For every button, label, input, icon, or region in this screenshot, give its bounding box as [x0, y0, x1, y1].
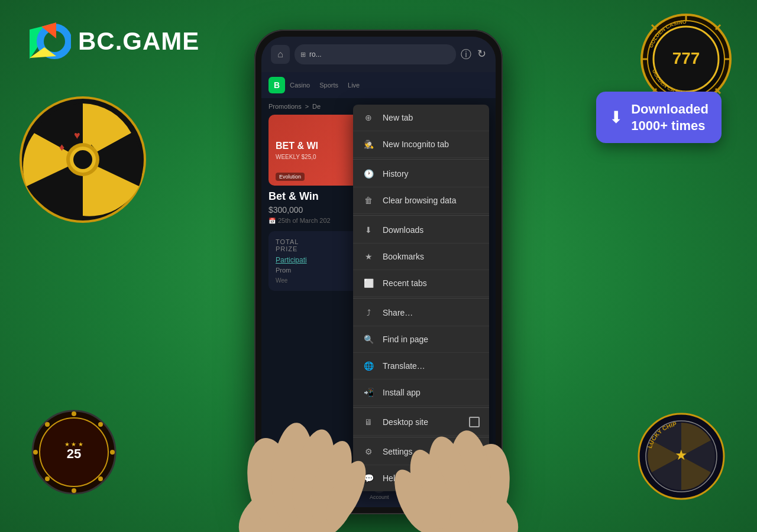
svg-point-33 [110, 450, 115, 455]
desktop-icon: 🖥 [363, 416, 374, 428]
menu-item-install-app[interactable]: 📲 Install app [353, 379, 489, 406]
menu-divider-4 [353, 407, 489, 408]
svg-point-25 [73, 150, 92, 169]
download-arrow-icon: ⬇ [609, 109, 623, 126]
menu-item-settings[interactable]: ⚙ Settings [353, 439, 489, 465]
menu-divider-1 [353, 159, 489, 160]
history-label: History [383, 169, 409, 179]
new-tab-icon: ⊕ [363, 112, 374, 124]
phone-screen: ⌂ ⊞ ro... ⓘ ↻ B Casino Sports [261, 37, 496, 507]
phone: ⌂ ⊞ ro... ⓘ ↻ B Casino Sports [254, 30, 503, 514]
new-tab-label: New tab [383, 113, 413, 122]
promo-title: BET & WI [276, 140, 318, 151]
svg-text:25: 25 [67, 446, 81, 461]
menu-item-translate[interactable]: 🌐 Translate… [353, 353, 489, 379]
phone-body: ⌂ ⊞ ro... ⓘ ↻ B Casino Sports [254, 30, 503, 514]
account-label: Account [370, 494, 389, 500]
menu-divider-5 [353, 437, 489, 437]
logo-area: BC.GAME [24, 18, 199, 65]
browser-icons: ⓘ ↻ [461, 47, 486, 61]
logo-text: BC.GAME [78, 27, 199, 56]
evolution-badge: Evolution [276, 173, 305, 181]
url-bar[interactable]: ⊞ ro... [295, 44, 456, 64]
share-icon: ⤴ [363, 307, 374, 319]
downloaded-text: Downloaded 1000+ times [631, 101, 709, 134]
clear-browsing-label: Clear browsing data [383, 196, 457, 205]
wheel-chip-left: ♥ ♠ ♣ ♦ [18, 95, 148, 225]
menu-item-share[interactable]: ⤴ Share… [353, 300, 489, 326]
svg-text:♦: ♦ [59, 141, 64, 153]
clear-browsing-icon: 🗑 [363, 194, 374, 206]
chip-25-left: ★ ★ ★ 25 [30, 408, 118, 497]
recent-tabs-icon: ⬜ [363, 277, 374, 289]
menu-item-desktop-site[interactable]: 🖥 Desktop site [353, 409, 489, 436]
svg-text:★: ★ [675, 447, 688, 463]
wallet-icon: ☕ [293, 480, 306, 493]
svg-point-34 [45, 422, 50, 427]
desktop-label: Desktop site [383, 417, 428, 427]
home-button[interactable]: ⌂ [271, 45, 290, 64]
svg-text:777: 777 [672, 49, 700, 67]
history-icon: 🕐 [363, 168, 374, 180]
find-icon: 🔍 [363, 333, 374, 345]
downloads-label: Downloads [383, 225, 423, 235]
promo-subtitle: WEEKLY $25,0 [276, 154, 318, 160]
site-nav: Casino Sports Live [290, 82, 360, 89]
translate-icon: 🌐 [363, 360, 374, 372]
menu-divider-3 [353, 298, 489, 299]
menu-item-new-incognito[interactable]: 🕵 New Incognito tab [353, 131, 489, 158]
site-content: B Casino Sports Live Promotions > De [261, 72, 496, 507]
lucky-chip-right: ★ LUCKY CHIP [636, 411, 727, 502]
translate-label: Translate… [383, 361, 425, 371]
menu-item-history[interactable]: 🕐 History [353, 161, 489, 187]
svg-point-31 [72, 488, 76, 493]
bcgame-logo-icon [24, 18, 71, 65]
site-logo: B [268, 77, 285, 93]
desktop-site-checkbox[interactable] [469, 417, 480, 427]
url-text: ro... [309, 50, 322, 59]
wallet-label: Wallet [293, 494, 308, 500]
bookmarks-icon: ★ [363, 251, 374, 262]
context-menu: ⊕ New tab 🕵 New Incognito tab 🕐 History … [353, 105, 489, 491]
svg-point-35 [98, 476, 103, 481]
menu-divider-2 [353, 215, 489, 216]
site-header: B Casino Sports Live [261, 72, 496, 98]
phone-top-bar: ⌂ ⊞ ro... ⓘ ↻ [261, 37, 496, 72]
menu-item-clear-browsing[interactable]: 🗑 Clear browsing data [353, 187, 489, 214]
menu-item-new-tab[interactable]: ⊕ New tab [353, 105, 489, 131]
promo-label: Prom [276, 267, 291, 274]
info-icon[interactable]: ⓘ [461, 47, 471, 61]
refresh-icon[interactable]: ↻ [477, 47, 486, 61]
install-label: Install app [383, 388, 420, 397]
share-label: Share… [383, 308, 413, 317]
svg-point-36 [98, 422, 103, 427]
install-icon: 📲 [363, 387, 374, 398]
recent-tabs-label: Recent tabs [383, 278, 427, 288]
settings-label: Settings [383, 447, 413, 456]
help-label: Help & feedback [383, 473, 444, 483]
downloaded-badge: ⬇ Downloaded 1000+ times [596, 92, 722, 143]
svg-point-32 [33, 450, 38, 455]
menu-item-bookmarks[interactable]: ★ Bookmarks [353, 244, 489, 270]
help-icon: 💬 [363, 472, 374, 484]
menu-item-help[interactable]: 💬 Help & feedback [353, 465, 489, 491]
bookmarks-label: Bookmarks [383, 252, 424, 261]
nav-wallet[interactable]: ☕ Wallet [293, 480, 308, 500]
settings-icon: ⚙ [363, 446, 374, 458]
svg-text:♥: ♥ [74, 129, 80, 141]
incognito-icon: 🕵 [363, 138, 374, 150]
incognito-label: New Incognito tab [383, 140, 449, 149]
menu-item-downloads[interactable]: ⬇ Downloads [353, 217, 489, 244]
menu-item-find-in-page[interactable]: 🔍 Find in page [353, 326, 489, 353]
find-label: Find in page [383, 335, 428, 344]
downloads-icon: ⬇ [363, 224, 374, 236]
svg-point-30 [72, 411, 76, 416]
svg-point-37 [45, 476, 50, 481]
menu-item-recent-tabs[interactable]: ⬜ Recent tabs [353, 270, 489, 297]
chat-label: Chat [452, 494, 464, 500]
